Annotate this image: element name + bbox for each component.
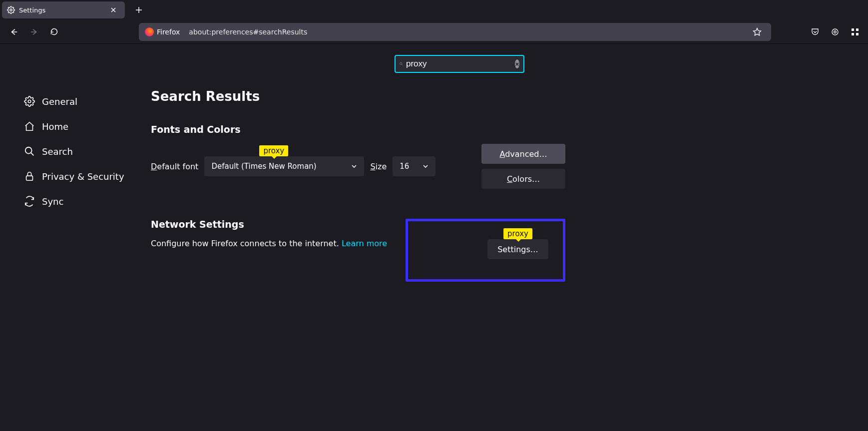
bookmark-button[interactable] <box>748 23 766 41</box>
sidebar-item-privacy[interactable]: Privacy & Security <box>24 164 135 189</box>
arrow-left-icon <box>9 27 18 36</box>
gear-icon <box>7 6 15 14</box>
colors-button[interactable]: Colors… <box>481 169 565 189</box>
svg-rect-7 <box>856 33 859 35</box>
size-label: Size <box>370 162 387 171</box>
sidebar-item-general[interactable]: General <box>24 89 135 114</box>
sidebar-item-label: Sync <box>42 196 63 207</box>
back-button[interactable] <box>5 23 23 41</box>
svg-point-9 <box>28 100 31 103</box>
star-icon <box>753 27 762 36</box>
forward-button[interactable] <box>25 23 43 41</box>
network-section: Network Settings Configure how Firefox c… <box>151 219 565 282</box>
sidebar-item-label: Home <box>42 121 68 132</box>
tab-close-button[interactable] <box>111 5 120 14</box>
svg-rect-4 <box>852 28 854 31</box>
svg-point-0 <box>10 9 12 11</box>
shield-icon <box>831 27 840 36</box>
pocket-button[interactable] <box>806 23 824 41</box>
sidebar-item-sync[interactable]: Sync <box>24 189 135 214</box>
default-font-select[interactable]: proxy Default (Times New Roman) <box>204 156 364 176</box>
learn-more-link[interactable]: Learn more <box>342 239 387 248</box>
url-text: about:preferences#searchResults <box>189 28 747 36</box>
plus-icon <box>135 6 142 13</box>
svg-point-10 <box>25 147 32 154</box>
fonts-row: Default font proxy Default (Times New Ro… <box>151 144 565 189</box>
search-input-wrapper[interactable] <box>395 55 524 73</box>
svg-point-2 <box>832 29 838 35</box>
advanced-fonts-button[interactable]: Advanced… <box>481 144 565 164</box>
search-input[interactable] <box>403 59 515 69</box>
reload-button[interactable] <box>45 23 63 41</box>
firefox-icon <box>145 27 154 36</box>
fonts-section: Fonts and Colors Default font proxy Defa… <box>151 124 565 189</box>
content: Search Results Fonts and Colors Default … <box>135 44 868 431</box>
svg-rect-6 <box>852 33 854 35</box>
search-icon <box>400 60 403 67</box>
search-icon <box>24 146 35 157</box>
gear-icon <box>24 96 35 107</box>
size-value: 16 <box>400 162 409 171</box>
network-desc: Configure how Firefox connects to the in… <box>151 239 387 248</box>
url-identity[interactable]: Firefox <box>143 26 185 37</box>
network-row: Configure how Firefox connects to the in… <box>151 239 565 282</box>
svg-marker-1 <box>754 28 761 35</box>
svg-point-8 <box>400 62 402 64</box>
highlight-box: proxy Settings… <box>406 219 565 282</box>
font-value: Default (Times New Roman) <box>211 162 316 171</box>
tab-bar: Settings <box>0 0 868 20</box>
pocket-icon <box>811 27 820 36</box>
search-match-tag: proxy <box>259 145 288 156</box>
toolbar-right <box>806 23 864 41</box>
sidebar-item-label: Privacy & Security <box>42 171 124 182</box>
default-font-label: Default font <box>151 162 198 171</box>
grid-icon <box>851 28 859 36</box>
extensions-button[interactable] <box>846 23 864 41</box>
search-match-tag: proxy <box>503 228 532 239</box>
svg-rect-11 <box>26 176 33 180</box>
sidebar-item-label: Search <box>42 146 73 157</box>
chevron-down-icon <box>351 163 357 169</box>
sidebar-item-label: General <box>42 96 77 107</box>
clear-search-button[interactable] <box>515 59 519 68</box>
new-tab-button[interactable] <box>131 2 147 18</box>
tab-title: Settings <box>19 6 111 14</box>
settings-button-label: Settings… <box>497 245 538 254</box>
close-icon <box>515 62 519 66</box>
sidebar-item-home[interactable]: Home <box>24 114 135 139</box>
sync-icon <box>24 196 35 207</box>
sidebar: General Home Search Privacy & Security S… <box>0 44 135 431</box>
chevron-down-icon <box>423 163 429 169</box>
url-bar[interactable]: Firefox about:preferences#searchResults <box>139 23 771 41</box>
settings-page: General Home Search Privacy & Security S… <box>0 44 868 431</box>
arrow-right-icon <box>29 27 38 36</box>
identity-label: Firefox <box>157 28 180 36</box>
svg-rect-5 <box>856 28 859 31</box>
page-title: Search Results <box>151 89 868 104</box>
shield-button[interactable] <box>826 23 844 41</box>
font-size-select[interactable]: 16 <box>393 156 435 176</box>
tab-settings[interactable]: Settings <box>2 1 125 18</box>
toolbar: Firefox about:preferences#searchResults <box>0 20 868 44</box>
settings-search <box>395 55 524 73</box>
lock-icon <box>24 171 35 182</box>
close-icon <box>110 7 116 13</box>
sidebar-item-search[interactable]: Search <box>24 139 135 164</box>
network-settings-button[interactable]: proxy Settings… <box>487 239 548 259</box>
fonts-buttons: Advanced… Colors… <box>481 144 565 189</box>
reload-icon <box>50 27 58 36</box>
home-icon <box>24 121 35 132</box>
svg-point-3 <box>834 30 837 33</box>
fonts-title: Fonts and Colors <box>151 124 565 135</box>
